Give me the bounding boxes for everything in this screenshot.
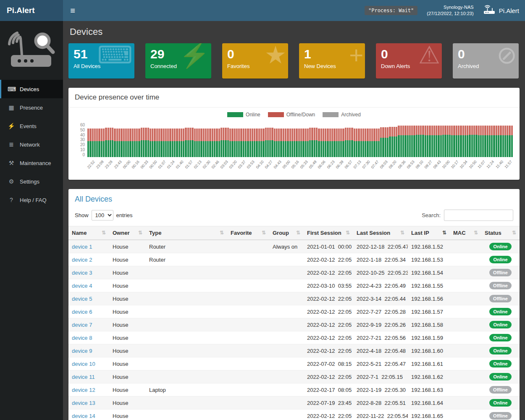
column-header-group[interactable]: Group⇅ bbox=[269, 226, 304, 240]
offline-segment bbox=[114, 129, 116, 141]
device-link[interactable]: device 5 bbox=[72, 296, 92, 302]
chart-bar bbox=[256, 123, 257, 157]
online-segment bbox=[340, 141, 342, 157]
offline-segment bbox=[249, 129, 251, 141]
chart-bar bbox=[469, 123, 470, 157]
table-row: device 8House2022-02-12 22:052022-7-21 2… bbox=[68, 331, 520, 344]
online-segment bbox=[94, 141, 96, 157]
sidebar-item-help-faq[interactable]: ?Help / FAQ bbox=[0, 191, 63, 209]
cell-favorite bbox=[227, 410, 269, 420]
column-header-last-ip[interactable]: Last IP⇅ bbox=[408, 226, 450, 240]
chart-bar bbox=[165, 123, 167, 157]
x-tick-label: 04:10 bbox=[255, 160, 265, 169]
offline-segment bbox=[411, 126, 413, 135]
column-header-type[interactable]: Type⇅ bbox=[146, 226, 227, 240]
online-segment bbox=[103, 141, 105, 157]
navbar-brand-right[interactable]: Pi.Alert bbox=[483, 5, 519, 16]
offline-segment bbox=[371, 129, 373, 141]
x-tick: 00:16 bbox=[132, 159, 141, 175]
info-box-connected[interactable]: 29Connected⚡ bbox=[145, 43, 211, 79]
device-link[interactable]: device 13 bbox=[72, 400, 95, 406]
chart-bar bbox=[478, 123, 480, 157]
cell-status: Offline bbox=[481, 292, 520, 305]
sidebar-item-settings[interactable]: ⚙Settings bbox=[0, 172, 63, 191]
online-segment bbox=[498, 135, 499, 157]
column-header-favorite[interactable]: Favorite⇅ bbox=[227, 226, 269, 240]
online-segment bbox=[231, 141, 233, 157]
online-segment bbox=[338, 141, 340, 157]
x-tick: 10:34 bbox=[460, 159, 469, 175]
page-size-select[interactable]: 100 bbox=[92, 210, 113, 220]
sidebar-item-label: Maintenance bbox=[20, 160, 51, 166]
chart-bar bbox=[125, 123, 127, 157]
chart-bar bbox=[220, 123, 222, 157]
x-tick-label: 07:30 bbox=[361, 160, 371, 169]
column-header-name[interactable]: Name⇅ bbox=[68, 226, 109, 240]
online-segment bbox=[347, 140, 349, 157]
device-link[interactable]: device 7 bbox=[72, 322, 92, 328]
search-input[interactable] bbox=[444, 210, 513, 221]
sidebar-item-devices[interactable]: ⌨Devices bbox=[0, 80, 63, 98]
device-link[interactable]: device 14 bbox=[72, 413, 95, 419]
device-link[interactable]: device 8 bbox=[72, 335, 92, 341]
app-logo[interactable]: Pi.Alert bbox=[0, 0, 63, 21]
info-box-favorites[interactable]: 0Favorites★ bbox=[222, 43, 288, 79]
sidebar-item-presence[interactable]: ▦Presence bbox=[0, 98, 63, 117]
info-box-down-alerts[interactable]: 0Down Alerts⚠ bbox=[376, 43, 442, 79]
device-link[interactable]: device 10 bbox=[72, 361, 95, 367]
cell-status: Online bbox=[481, 370, 520, 383]
chart-bar bbox=[354, 123, 355, 157]
chart-bar bbox=[409, 123, 411, 157]
online-segment bbox=[413, 135, 415, 157]
chart-panel-body: OnlineOffline/DownArchived 6050403020100… bbox=[68, 108, 520, 180]
cell-favorite bbox=[227, 357, 269, 370]
x-tick-label: 01:57 bbox=[184, 160, 194, 169]
online-segment bbox=[108, 140, 109, 157]
column-header-last-session[interactable]: Last Session⇅ bbox=[353, 226, 408, 240]
online-segment bbox=[238, 141, 240, 157]
chart-bar bbox=[371, 123, 373, 157]
info-box-archived[interactable]: 0Archived⊘ bbox=[453, 43, 519, 79]
offline-segment bbox=[118, 129, 120, 141]
device-link[interactable]: device 12 bbox=[72, 387, 95, 393]
column-header-mac[interactable]: MAC⇅ bbox=[450, 226, 481, 240]
device-link[interactable]: device 1 bbox=[72, 244, 92, 250]
device-link[interactable]: device 3 bbox=[72, 270, 92, 276]
online-segment bbox=[223, 140, 224, 157]
y-tick-label: 60 bbox=[80, 123, 85, 127]
chart-bar bbox=[176, 123, 178, 157]
online-segment bbox=[316, 140, 318, 157]
column-header-status[interactable]: Status⇅ bbox=[481, 226, 520, 240]
sidebar-item-network[interactable]: ≣Network bbox=[0, 135, 63, 154]
x-tick: 06:57 bbox=[345, 159, 354, 175]
device-link[interactable]: device 6 bbox=[72, 309, 92, 315]
chart-bar bbox=[345, 123, 346, 157]
column-header-owner[interactable]: Owner⇅ bbox=[109, 226, 146, 240]
chart-bar bbox=[484, 123, 486, 157]
cell-favorite bbox=[227, 305, 269, 318]
cell-group bbox=[269, 344, 304, 357]
device-link[interactable]: device 11 bbox=[72, 374, 95, 380]
device-link[interactable]: device 4 bbox=[72, 283, 92, 289]
archived-icon: ⊘ bbox=[496, 43, 517, 68]
column-header-first-session[interactable]: First Session⇅ bbox=[304, 226, 353, 240]
online-segment bbox=[329, 141, 331, 157]
sidebar-item-maintenance[interactable]: ⚒Maintenance bbox=[0, 154, 63, 172]
cell-favorite bbox=[227, 370, 269, 383]
sort-icon: ⇅ bbox=[400, 230, 404, 236]
info-box-new-devices[interactable]: 1New Devices+ bbox=[299, 43, 365, 79]
offline-segment bbox=[444, 126, 446, 135]
sidebar-item-events[interactable]: ⚡Events bbox=[0, 117, 63, 135]
menu-toggle-icon[interactable]: ≡ bbox=[63, 0, 82, 21]
device-link[interactable]: device 2 bbox=[72, 257, 92, 263]
x-tick: 00:33 bbox=[141, 159, 150, 175]
cell-last-ip: 192.168.1.64 bbox=[408, 396, 450, 410]
info-box-all-devices[interactable]: 51All Devices⌨ bbox=[68, 43, 134, 79]
top-navbar: Pi.Alert ≡ "Process: Wait" Synology-NAS … bbox=[0, 0, 525, 21]
x-tick-label: 05:49 bbox=[308, 160, 318, 169]
sidebar: ⌨Devices▦Presence⚡Events≣Network⚒Mainten… bbox=[0, 21, 63, 420]
device-link[interactable]: device 9 bbox=[72, 348, 92, 354]
cell-first-session: 2022-02-12 22:05 bbox=[304, 305, 353, 318]
cell-last-ip: 192.168.1.57 bbox=[408, 305, 450, 318]
cell-owner: House bbox=[109, 357, 146, 370]
